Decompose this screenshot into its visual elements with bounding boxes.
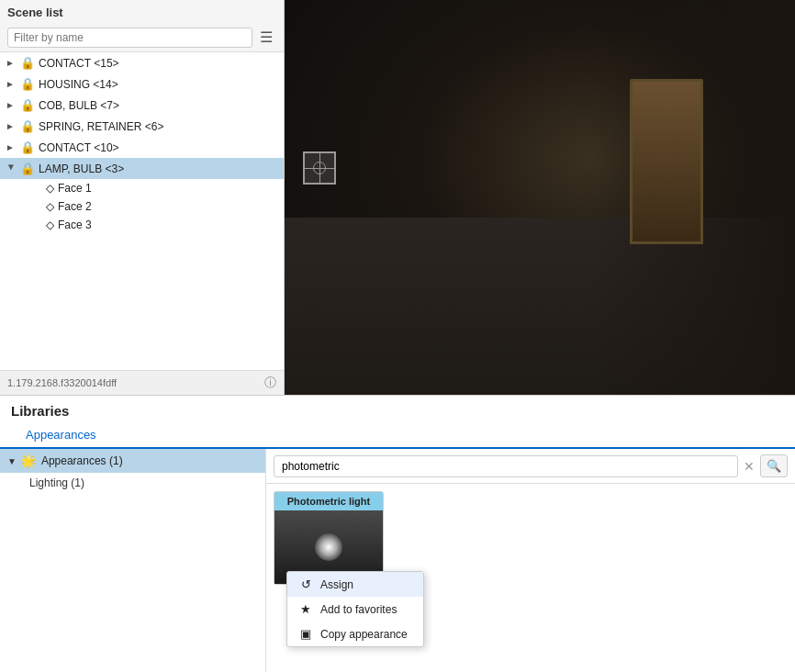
copy-icon: ▣ (298, 627, 313, 641)
tree-children: ◇ Face 1 ◇ Face 2 ◇ Face 3 (0, 179, 284, 234)
tree-label: Face 3 (58, 218, 92, 231)
tree-label: SPRING, RETAINER <6> (39, 120, 163, 133)
tree-arrow-expanded: ► (6, 163, 17, 174)
scene-panel-title: Scene list (0, 0, 284, 23)
face-icon: ◇ (46, 182, 54, 195)
star-icon: ★ (298, 602, 313, 616)
tree-arrow: ► (6, 121, 17, 131)
tree-label: Face 1 (58, 182, 92, 195)
tree-item-spring-retainer-6[interactable]: ► 🔒 SPRING, RETAINER <6> (0, 116, 284, 137)
photometric-card-title: Photometric light (274, 492, 383, 510)
tree-arrow: ► (6, 79, 17, 89)
tree-item-housing-14[interactable]: ► 🔒 HOUSING <14> (0, 73, 284, 95)
lib-sidebar: ▼ 🌟 Appearances (1) Lighting (1) (0, 449, 266, 672)
tree-item-face1[interactable]: ◇ Face 1 (42, 179, 284, 197)
tree-icon: 🔒 (20, 140, 35, 154)
tree-label: LAMP, BULB <3> (39, 162, 124, 175)
context-menu-favorites[interactable]: ★ Add to favorites (287, 597, 423, 622)
tree-icon: 🔒 (20, 98, 35, 112)
context-menu-assign[interactable]: ↺ Assign (287, 572, 423, 597)
scene-tree: ► 🔒 CONTACT <15> ► 🔒 HOUSING <14> ► 🔒 CO… (0, 51, 284, 370)
tree-icon: 🔒 (20, 77, 35, 91)
lib-search-input[interactable] (274, 455, 738, 477)
libraries-tabs: Appearances (0, 422, 795, 449)
tree-icon: 🔒 (20, 56, 35, 70)
tree-item-face3[interactable]: ◇ Face 3 (42, 216, 284, 234)
context-menu-favorites-label: Add to favorites (320, 603, 397, 616)
face-icon: ◇ (46, 200, 54, 213)
lib-sidebar-appearances[interactable]: ▼ 🌟 Appearances (1) (0, 449, 265, 473)
appearances-label: Appearances (1) (41, 454, 123, 467)
lib-content-area: Photometric light ↺ Assign ★ Add to favo… (266, 484, 795, 672)
context-menu: ↺ Assign ★ Add to favorites ▣ Copy appea… (286, 571, 424, 647)
libraries-content: ▼ 🌟 Appearances (1) Lighting (1) ✕ 🔍 Pho… (0, 449, 795, 672)
context-menu-copy-label: Copy appearance (320, 628, 408, 641)
tree-label: CONTACT <15> (39, 57, 119, 70)
context-menu-copy[interactable]: ▣ Copy appearance (287, 622, 423, 646)
tree-item-face2[interactable]: ◇ Face 2 (42, 197, 284, 216)
target-circle (313, 162, 326, 174)
tree-arrow: ► (6, 100, 17, 110)
help-icon[interactable]: ⓘ (264, 375, 276, 391)
tree-item-lamp-bulb-3[interactable]: ► 🔒 LAMP, BULB <3> (0, 158, 284, 179)
tree-arrow: ► (6, 142, 17, 152)
lib-search-button[interactable]: 🔍 (760, 454, 788, 477)
tree-item-cob-bulb-7[interactable]: ► 🔒 COB, BULB <7> (0, 95, 284, 116)
scene-filter-row: ☰ (0, 23, 284, 51)
expand-arrow-icon: ▼ (7, 456, 17, 466)
tree-label: COB, BULB <7> (39, 99, 119, 112)
tree-icon: 🔒 (20, 119, 35, 133)
face-icon: ◇ (46, 218, 54, 231)
tree-label: CONTACT <10> (39, 141, 119, 154)
scene-status-bar: 1.179.2168.f3320014fdff ⓘ (0, 370, 284, 395)
appearances-icon: 🌟 (20, 454, 36, 468)
lib-search-bar: ✕ 🔍 (266, 449, 795, 484)
lib-main: ✕ 🔍 Photometric light ↺ Assign (266, 449, 795, 672)
tree-item-contact-15[interactable]: ► 🔒 CONTACT <15> (0, 52, 284, 73)
tree-label: Face 2 (58, 200, 92, 213)
scene-menu-icon[interactable]: ☰ (256, 27, 276, 48)
cursor-icon: ↺ (298, 577, 313, 591)
lib-sidebar-lighting[interactable]: Lighting (1) (0, 473, 265, 493)
viewport (285, 0, 795, 395)
tree-item-contact-10[interactable]: ► 🔒 CONTACT <10> (0, 137, 284, 158)
tree-icon: 🔒 (20, 162, 35, 175)
libraries-panel: Libraries Appearances ▼ 🌟 Appearances (1… (0, 395, 795, 672)
scene-status-text: 1.179.2168.f3320014fdff (7, 377, 117, 388)
libraries-title: Libraries (0, 396, 795, 422)
tab-appearances[interactable]: Appearances (11, 422, 111, 449)
scene-filter-input[interactable] (7, 28, 252, 48)
scene-panel: Scene list ☰ ► 🔒 CONTACT <15> ► 🔒 HOUSIN… (0, 0, 285, 395)
door-frame (630, 79, 703, 244)
context-menu-assign-label: Assign (320, 578, 353, 591)
tree-label: HOUSING <14> (39, 78, 118, 91)
lib-clear-button[interactable]: ✕ (742, 457, 756, 476)
target-icon[interactable] (303, 151, 336, 185)
tree-arrow: ► (6, 58, 17, 68)
viewport-background (285, 0, 795, 395)
photometric-light-spot (315, 533, 342, 561)
